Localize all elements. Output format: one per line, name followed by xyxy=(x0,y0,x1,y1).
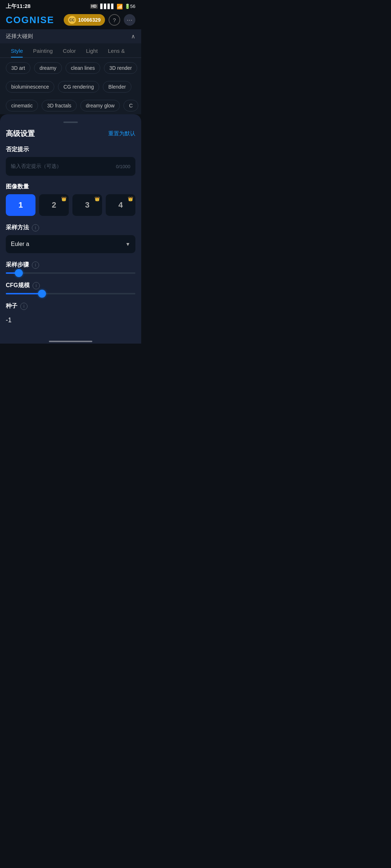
sampling-method-value: Euler a xyxy=(11,241,29,247)
chip-blender[interactable]: Blender xyxy=(103,81,131,93)
count-value-4: 4 xyxy=(118,200,123,210)
home-indicator xyxy=(0,338,141,344)
tab-light[interactable]: Light xyxy=(81,46,103,58)
status-bar: 上午11:28 HD ▋▋▋▋ 📶 🔋56 xyxy=(0,0,141,11)
count-btn-4[interactable]: 4 👑 xyxy=(106,194,135,216)
cfg-scale-label-row: CFG规模 i xyxy=(6,282,135,289)
chip-cinematic[interactable]: cinematic xyxy=(6,100,38,111)
cfg-scale-thumb xyxy=(38,290,46,298)
sampling-method-dropdown[interactable]: Euler a ▼ xyxy=(6,235,135,253)
top-section: 还择大碰则 ∧ Style Painting Color Light Lens … xyxy=(0,29,141,114)
coin-badge[interactable]: CC 10066329 xyxy=(64,14,105,26)
crown-icon-4: 👑 xyxy=(128,196,133,201)
help-button[interactable]: ? xyxy=(109,14,120,26)
sampling-steps-info-icon[interactable]: i xyxy=(32,261,39,269)
chip-dreamy-glow[interactable]: dreamy glow xyxy=(80,100,120,111)
collapse-icon[interactable]: ∧ xyxy=(131,33,135,40)
sampling-steps-section: 采样步骤 i xyxy=(6,261,135,274)
cfg-scale-track[interactable] xyxy=(6,293,135,294)
battery-icon: 🔋56 xyxy=(125,4,135,9)
status-time: 上午11:28 xyxy=(6,3,30,10)
seed-section: 种子 i -1 xyxy=(6,302,135,327)
neg-prompt-count: 0/1000 xyxy=(116,164,130,169)
bottom-sheet: 高级设置 重置为默认 否定提示 输入否定提示（可选） 0/1000 图像数量 1… xyxy=(0,114,141,338)
style-tabs: Style Painting Color Light Lens & xyxy=(0,43,141,58)
cfg-scale-label: CFG规模 xyxy=(6,282,30,289)
chip-more[interactable]: C xyxy=(123,100,138,111)
tab-lens[interactable]: Lens & xyxy=(103,46,130,58)
sampling-steps-track[interactable] xyxy=(6,272,135,274)
count-btn-3[interactable]: 3 👑 xyxy=(72,194,102,216)
sampling-steps-label-row: 采样步骤 i xyxy=(6,261,135,269)
chip-bioluminescence[interactable]: bioluminescence xyxy=(6,81,54,93)
chip-cg-rendering[interactable]: CG rendering xyxy=(58,81,99,93)
wifi-icon: 📶 xyxy=(117,4,123,9)
count-value-3: 3 xyxy=(85,200,89,210)
crown-icon-2: 👑 xyxy=(61,196,67,201)
sheet-header: 高级设置 重置为默认 xyxy=(6,129,135,139)
tab-color[interactable]: Color xyxy=(58,46,81,58)
sampling-steps-thumb xyxy=(15,269,23,277)
reset-button[interactable]: 重置为默认 xyxy=(108,130,135,137)
cfg-scale-section: CFG规模 i xyxy=(6,282,135,294)
style-chips-row3: cinematic 3D fractals dreamy glow C xyxy=(0,95,141,114)
sampling-steps-label: 采样步骤 xyxy=(6,261,29,269)
count-value-1: 1 xyxy=(18,200,23,210)
crown-icon-3: 👑 xyxy=(94,196,100,201)
count-btn-1[interactable]: 1 xyxy=(6,194,35,216)
tab-painting[interactable]: Painting xyxy=(28,46,58,58)
app-logo: COGNISE xyxy=(6,14,54,26)
neg-prompt-input[interactable]: 输入否定提示（可选） 0/1000 xyxy=(6,157,135,176)
hd-label: HD xyxy=(90,4,97,9)
seed-info-icon[interactable]: i xyxy=(20,303,28,310)
neg-prompt-placeholder: 输入否定提示（可选） xyxy=(11,163,62,170)
home-bar xyxy=(49,341,92,342)
sheet-handle xyxy=(63,122,78,123)
status-icons: HD ▋▋▋▋ 📶 🔋56 xyxy=(90,4,135,9)
chip-3d-fractals[interactable]: 3D fractals xyxy=(42,100,77,111)
seed-label-row: 种子 i xyxy=(6,302,135,310)
chip-3d-render[interactable]: 3D render xyxy=(104,62,137,74)
style-chips-row1: 3D art dreamy clean lines 3D render xyxy=(0,58,141,77)
seed-value: -1 xyxy=(6,314,135,327)
chip-3d-art[interactable]: 3D art xyxy=(6,62,30,74)
sampling-method-label-row: 采样方法 i xyxy=(6,224,135,231)
chip-dreamy[interactable]: dreamy xyxy=(34,62,62,74)
tab-style[interactable]: Style xyxy=(6,46,28,58)
coin-amount: 10066329 xyxy=(78,17,101,23)
count-value-2: 2 xyxy=(52,200,56,210)
neg-prompt-label: 否定提示 xyxy=(6,146,135,153)
sampling-method-info-icon[interactable]: i xyxy=(32,224,39,231)
top-section-title: 还择大碰则 xyxy=(6,33,33,40)
image-count-row: 1 2 👑 3 👑 4 👑 xyxy=(6,194,135,216)
image-count-label: 图像数量 xyxy=(6,183,135,191)
seed-label: 种子 xyxy=(6,302,17,310)
style-chips-row2: bioluminescence CG rendering Blender xyxy=(0,77,141,95)
top-section-header: 还择大碰则 ∧ xyxy=(0,29,141,43)
sheet-title: 高级设置 xyxy=(6,129,35,139)
cfg-scale-fill xyxy=(6,293,42,294)
menu-icon: ⋯ xyxy=(127,17,133,24)
header-right: CC 10066329 ? ⋯ xyxy=(64,14,135,26)
dropdown-arrow-icon: ▼ xyxy=(125,241,130,247)
cc-icon: CC xyxy=(68,16,76,24)
help-icon: ? xyxy=(113,17,116,23)
cfg-scale-info-icon[interactable]: i xyxy=(33,282,40,289)
signal-icon: ▋▋▋▋ xyxy=(100,4,115,9)
count-btn-2[interactable]: 2 👑 xyxy=(39,194,69,216)
chip-clean-lines[interactable]: clean lines xyxy=(66,62,100,74)
menu-button[interactable]: ⋯ xyxy=(124,14,135,26)
app-header: COGNISE CC 10066329 ? ⋯ xyxy=(0,11,141,29)
sampling-method-label: 采样方法 xyxy=(6,224,29,231)
